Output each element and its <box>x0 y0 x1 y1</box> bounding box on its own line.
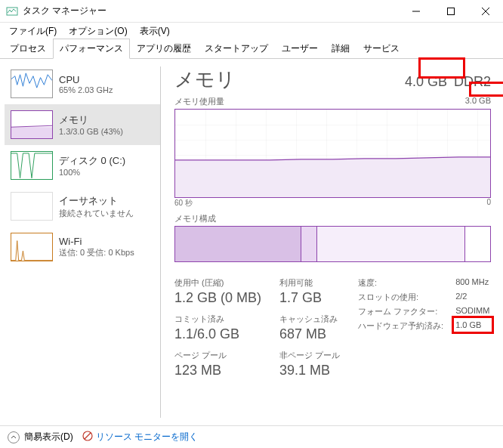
memory-type: DDR2 <box>454 74 491 89</box>
sidebar-item-memory[interactable]: メモリ 1.3/3.0 GB (43%) <box>5 104 160 145</box>
sidebar-item-disk[interactable]: ディスク 0 (C:) 100% <box>5 145 160 186</box>
memory-title: メモリ <box>59 113 123 127</box>
hwres-v: 1.0 GB <box>455 320 489 332</box>
axis-right: 0 <box>486 198 491 209</box>
in-use-label: 使用中 (圧縮) <box>174 277 261 289</box>
disk-sub: 100% <box>59 168 125 177</box>
tab-details[interactable]: 詳細 <box>325 39 356 59</box>
committed-value: 1.1/6.0 GB <box>174 326 261 342</box>
slots-v: 2/2 <box>455 292 489 303</box>
ethernet-title: イーサネット <box>59 194 134 208</box>
menubar: ファイル(F) オプション(O) 表示(V) <box>0 23 503 39</box>
ff-k: フォーム ファクター: <box>358 306 443 317</box>
usage-chart-max: 3.0 GB <box>465 96 491 107</box>
available-label: 利用可能 <box>279 277 340 289</box>
available-value: 1.7 GB <box>279 290 340 306</box>
nonpaged-value: 39.1 MB <box>279 363 340 378</box>
app-icon <box>6 5 18 17</box>
chevron-up-icon <box>8 431 20 443</box>
content: CPU 65% 2.03 GHz メモリ 1.3/3.0 GB (43%) ディ… <box>0 59 503 425</box>
ethernet-sub: 接続されていません <box>59 208 134 219</box>
cpu-title: CPU <box>59 74 113 85</box>
tab-startup[interactable]: スタートアップ <box>198 39 275 59</box>
wifi-title: Wi-Fi <box>59 236 134 247</box>
wifi-sub: 送信: 0 受信: 0 Kbps <box>59 247 134 258</box>
titlebar: タスク マネージャー <box>0 0 503 23</box>
disk-thumb <box>11 151 53 180</box>
ethernet-thumb <box>11 192 53 221</box>
axis-left: 60 秒 <box>174 198 486 209</box>
fewer-details-label: 簡易表示(D) <box>24 431 73 443</box>
hwres-k: ハードウェア予約済み: <box>358 320 443 332</box>
maximize-button[interactable] <box>434 0 468 23</box>
tabs: プロセス パフォーマンス アプリの履歴 スタートアップ ユーザー 詳細 サービス <box>0 39 503 59</box>
tab-performance[interactable]: パフォーマンス <box>53 39 130 59</box>
paged-value: 123 MB <box>174 363 261 378</box>
resource-monitor-label: リソース モニターを開く <box>96 431 198 443</box>
slots-k: スロットの使用: <box>358 292 443 303</box>
tab-app-history[interactable]: アプリの履歴 <box>130 39 198 59</box>
sidebar-item-wifi[interactable]: Wi-Fi 送信: 0 受信: 0 Kbps <box>5 227 160 267</box>
speed-v: 800 MHz <box>455 277 489 289</box>
window-title: タスク マネージャー <box>23 5 399 17</box>
svg-rect-2 <box>448 8 455 14</box>
cached-value: 687 MB <box>279 326 340 342</box>
memory-total: 4.0 GB <box>405 74 447 89</box>
resmon-icon <box>82 431 93 443</box>
ff-v: SODIMM <box>455 306 489 317</box>
fewer-details-button[interactable]: 簡易表示(D) <box>8 431 73 443</box>
cached-label: キャッシュ済み <box>279 314 340 325</box>
usage-chart-label: メモリ使用量 <box>174 96 465 107</box>
in-use-value: 1.2 GB (0 MB) <box>174 290 261 306</box>
memory-sub: 1.3/3.0 GB (43%) <box>59 127 123 136</box>
paged-label: ページ プール <box>174 350 261 361</box>
footer: 簡易表示(D) リソース モニターを開く <box>0 425 503 448</box>
usage-chart <box>174 109 491 198</box>
committed-label: コミット済み <box>174 314 261 325</box>
page-title: メモリ <box>174 66 405 93</box>
menu-view[interactable]: 表示(V) <box>135 23 174 39</box>
tab-services[interactable]: サービス <box>356 39 406 59</box>
nonpaged-label: 非ページ プール <box>279 350 340 361</box>
menu-file[interactable]: ファイル(F) <box>5 23 61 39</box>
sidebar-item-cpu[interactable]: CPU 65% 2.03 GHz <box>5 63 160 104</box>
menu-options[interactable]: オプション(O) <box>64 23 131 39</box>
close-button[interactable] <box>468 0 503 23</box>
wifi-thumb <box>11 233 53 261</box>
memory-thumb <box>11 110 53 139</box>
svg-line-8 <box>85 433 91 439</box>
disk-title: ディスク 0 (C:) <box>59 154 125 168</box>
speed-k: 速度: <box>358 277 443 289</box>
cpu-sub: 65% 2.03 GHz <box>59 85 113 94</box>
sidebar-item-ethernet[interactable]: イーサネット 接続されていません <box>5 186 160 227</box>
minimize-button[interactable] <box>399 0 434 23</box>
sidebar: CPU 65% 2.03 GHz メモリ 1.3/3.0 GB (43%) ディ… <box>0 59 160 425</box>
detail-pane: メモリ 4.0 GB DDR2 メモリ使用量 3.0 GB 60 秒 0 メモリ… <box>161 59 503 425</box>
memory-composition <box>174 226 491 262</box>
resource-monitor-link[interactable]: リソース モニターを開く <box>82 431 198 443</box>
svg-rect-5 <box>11 127 52 138</box>
comp-label: メモリ構成 <box>174 213 491 224</box>
svg-marker-6 <box>175 157 490 197</box>
cpu-thumb <box>11 70 53 98</box>
tab-processes[interactable]: プロセス <box>3 39 53 59</box>
tab-users[interactable]: ユーザー <box>275 39 325 59</box>
